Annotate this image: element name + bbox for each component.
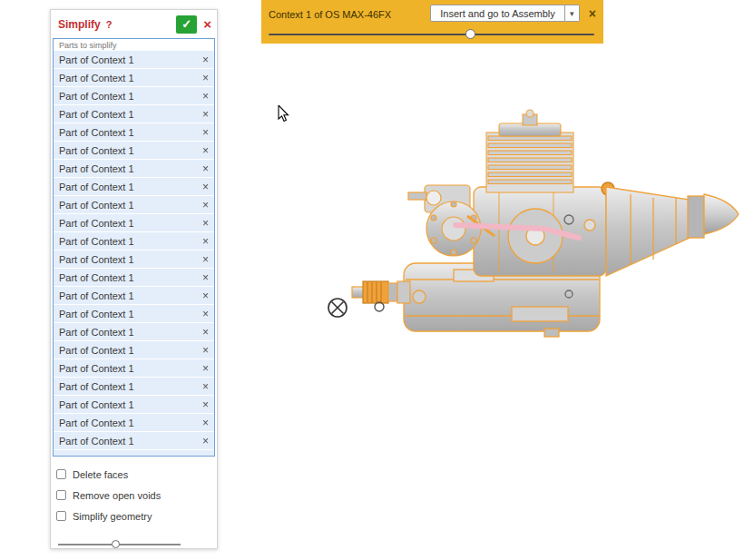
context-rollback-slider[interactable] bbox=[269, 25, 596, 45]
confirm-button[interactable]: ✓ bbox=[176, 15, 197, 34]
list-item-label: Part of Context 1 bbox=[59, 309, 134, 319]
remove-item-icon[interactable]: × bbox=[197, 380, 209, 393]
insert-and-go-to-assembly-button[interactable]: Insert and go to Assembly bbox=[430, 5, 565, 22]
list-item[interactable]: Part of Context 1 × bbox=[54, 305, 214, 322]
parts-list-rows: Part of Context 1 × Part of Context 1 × … bbox=[54, 51, 214, 457]
dialog-header: Simplify ? ✓ × bbox=[51, 10, 217, 38]
remove-item-icon[interactable]: × bbox=[197, 417, 209, 429]
remove-item-icon[interactable]: × bbox=[197, 435, 209, 447]
context-bar-close-icon[interactable]: × bbox=[589, 7, 596, 20]
remove-item-icon[interactable]: × bbox=[197, 398, 209, 411]
remove-item-icon[interactable]: × bbox=[197, 235, 209, 248]
list-item-label: Part of Context 1 bbox=[59, 182, 134, 192]
list-item[interactable]: Part of Context 1 × bbox=[54, 160, 214, 177]
list-item[interactable]: Part of Context 1 × bbox=[54, 105, 214, 123]
chevron-down-icon: ▾ bbox=[570, 9, 574, 18]
mate-connector-icons[interactable] bbox=[327, 296, 390, 321]
list-item[interactable]: Part of Context 1 × bbox=[54, 87, 214, 104]
list-item-label: Part of Context 1 bbox=[59, 163, 134, 174]
drive-housing-part[interactable] bbox=[606, 187, 704, 276]
remove-item-icon[interactable]: × bbox=[197, 326, 209, 339]
remove-item-icon[interactable]: × bbox=[197, 54, 209, 66]
checkbox[interactable] bbox=[56, 490, 66, 500]
list-item[interactable]: Part of Context 1 × bbox=[54, 214, 214, 231]
list-item[interactable]: Part of Context 1 × bbox=[54, 69, 214, 86]
simplify-dialog: Simplify ? ✓ × Parts to simplify Part of… bbox=[50, 9, 218, 549]
checkbox-label: Delete faces bbox=[73, 469, 128, 480]
spinner-cone-part[interactable] bbox=[704, 194, 739, 234]
list-item[interactable]: Part of Context 1 × bbox=[54, 232, 214, 250]
remove-item-icon[interactable]: × bbox=[197, 181, 209, 193]
help-icon[interactable]: ? bbox=[106, 19, 177, 30]
remove-item-icon[interactable]: × bbox=[197, 253, 209, 266]
remove-item-icon[interactable]: × bbox=[197, 362, 209, 375]
remove-item-icon[interactable]: × bbox=[197, 144, 209, 157]
dialog-close-icon[interactable]: × bbox=[203, 17, 211, 31]
cylinder-head-part[interactable] bbox=[486, 110, 573, 192]
remove-item-icon[interactable]: × bbox=[197, 126, 209, 139]
list-item-label: Part of Context 1 bbox=[59, 363, 134, 374]
checkbox-label: Simplify geometry bbox=[73, 511, 152, 522]
checkbox[interactable] bbox=[56, 511, 66, 521]
list-item-label: Part of Context 1 bbox=[59, 91, 134, 102]
list-item-label: Part of Context 1 bbox=[59, 290, 134, 301]
mouse-cursor bbox=[278, 105, 290, 123]
list-item[interactable]: Part of Context 1 × bbox=[54, 378, 214, 395]
list-item[interactable]: Part of Context 1 × bbox=[54, 142, 214, 159]
remove-item-icon[interactable]: × bbox=[197, 90, 209, 103]
options: Delete faces Remove open voids Simplify … bbox=[51, 457, 217, 526]
list-item-label: Part of Context 1 bbox=[59, 109, 134, 120]
list-item[interactable]: Part of Context 1 × bbox=[54, 178, 214, 195]
remove-item-icon[interactable]: × bbox=[197, 344, 209, 357]
list-item[interactable]: Part of Context 1 × bbox=[54, 51, 214, 68]
list-item-label: Part of Context 1 bbox=[59, 345, 134, 356]
list-item-label: Part of Context 1 bbox=[59, 381, 134, 392]
remove-item-icon[interactable]: × bbox=[197, 108, 209, 121]
list-item-label: Part of Context 1 bbox=[59, 436, 134, 447]
remove-item-icon[interactable]: × bbox=[197, 290, 209, 302]
origin-cross-icon[interactable] bbox=[328, 299, 347, 317]
remove-item-icon[interactable]: × bbox=[197, 199, 209, 211]
list-item[interactable]: Part of Context 1 × bbox=[54, 287, 214, 304]
slider-handle[interactable] bbox=[465, 29, 475, 39]
insert-dropdown-button[interactable]: ▾ bbox=[565, 5, 580, 22]
check-icon: ✓ bbox=[181, 17, 191, 31]
checkbox-label: Remove open voids bbox=[73, 490, 161, 501]
remove-item-icon[interactable]: × bbox=[197, 72, 209, 84]
list-item-label: Part of Context 1 bbox=[59, 54, 134, 65]
list-item[interactable]: Part of Context 1 × bbox=[54, 269, 214, 286]
list-item[interactable]: Part of Context 1 × bbox=[54, 396, 214, 413]
vertex-point-icon[interactable] bbox=[375, 302, 384, 311]
list-item-label: Part of Context 1 bbox=[59, 418, 134, 428]
list-item-label: Part of Context 1 bbox=[59, 254, 134, 265]
list-item-label: Part of Context 1 bbox=[59, 399, 134, 410]
parts-list: Parts to simplify Part of Context 1 × Pa… bbox=[53, 38, 215, 457]
remove-item-icon[interactable]: × bbox=[197, 308, 209, 320]
list-item[interactable]: Part of Context 1 × bbox=[54, 450, 214, 457]
list-item[interactable]: Part of Context 1 × bbox=[54, 414, 214, 431]
list-item-label: Part of Context 1 bbox=[59, 127, 134, 138]
list-item[interactable]: Part of Context 1 × bbox=[54, 251, 214, 268]
checkbox-row[interactable]: Delete faces bbox=[56, 464, 211, 485]
checkbox-row[interactable]: Simplify geometry bbox=[56, 506, 211, 526]
list-item[interactable]: Part of Context 1 × bbox=[54, 432, 214, 449]
slider-handle[interactable] bbox=[112, 540, 120, 548]
list-item-label: Part of Context 1 bbox=[59, 327, 134, 338]
list-item[interactable]: Part of Context 1 × bbox=[54, 341, 214, 359]
list-item[interactable]: Part of Context 1 × bbox=[54, 359, 214, 377]
list-item-label: Part of Context 1 bbox=[59, 218, 134, 229]
list-item-label: Part of Context 1 bbox=[59, 200, 134, 211]
checkbox[interactable] bbox=[56, 469, 66, 479]
list-item[interactable]: Part of Context 1 × bbox=[54, 323, 214, 340]
list-item-label: Part of Context 1 bbox=[59, 73, 134, 84]
checkbox-row[interactable]: Remove open voids bbox=[56, 485, 211, 506]
remove-item-icon[interactable]: × bbox=[197, 217, 209, 230]
list-item[interactable]: Part of Context 1 × bbox=[54, 196, 214, 213]
context-bar: Context 1 of OS MAX-46FX Insert and go t… bbox=[261, 0, 603, 44]
remove-item-icon[interactable]: × bbox=[197, 271, 209, 284]
list-item-label: Part of Context 1 bbox=[59, 272, 134, 283]
remove-item-icon[interactable]: × bbox=[197, 162, 209, 175]
simplify-amount-slider[interactable] bbox=[51, 534, 217, 555]
context-bar-label: Context 1 of OS MAX-46FX bbox=[269, 7, 430, 20]
list-item[interactable]: Part of Context 1 × bbox=[54, 123, 214, 141]
